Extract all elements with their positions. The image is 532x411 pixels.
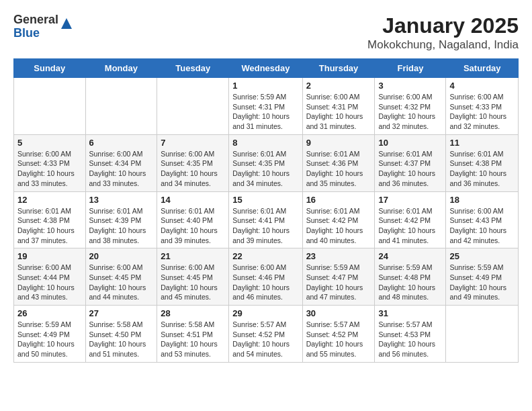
weekday-header-sunday: Sunday bbox=[14, 59, 86, 78]
day-number: 4 bbox=[449, 81, 515, 91]
calendar-cell: 18Sunrise: 6:00 AMSunset: 4:43 PMDayligh… bbox=[446, 191, 519, 248]
calendar-week-3: 12Sunrise: 6:01 AMSunset: 4:38 PMDayligh… bbox=[14, 191, 519, 248]
calendar-cell: 12Sunrise: 6:01 AMSunset: 4:38 PMDayligh… bbox=[14, 191, 86, 248]
day-number: 12 bbox=[17, 195, 82, 205]
calendar-cell: 8Sunrise: 6:01 AMSunset: 4:35 PMDaylight… bbox=[229, 134, 302, 191]
day-info: Sunrise: 6:00 AMSunset: 4:44 PMDaylight:… bbox=[17, 263, 82, 302]
day-number: 17 bbox=[378, 195, 442, 205]
day-info: Sunrise: 6:01 AMSunset: 4:38 PMDaylight:… bbox=[449, 149, 515, 189]
logo-general: General bbox=[13, 13, 58, 27]
calendar-cell bbox=[85, 78, 157, 135]
day-info: Sunrise: 6:00 AMSunset: 4:33 PMDaylight:… bbox=[449, 92, 515, 132]
calendar-week-1: 1Sunrise: 5:59 AMSunset: 4:31 PMDaylight… bbox=[14, 78, 519, 135]
day-number: 14 bbox=[161, 195, 225, 205]
day-number: 16 bbox=[306, 195, 371, 205]
day-number: 2 bbox=[306, 81, 371, 91]
calendar-cell: 31Sunrise: 5:57 AMSunset: 4:53 PMDayligh… bbox=[375, 306, 446, 363]
calendar-cell: 11Sunrise: 6:01 AMSunset: 4:38 PMDayligh… bbox=[446, 134, 519, 191]
day-number: 21 bbox=[161, 251, 225, 261]
day-number: 15 bbox=[232, 195, 298, 205]
day-info: Sunrise: 6:01 AMSunset: 4:39 PMDaylight:… bbox=[89, 206, 154, 246]
calendar-week-5: 26Sunrise: 5:59 AMSunset: 4:49 PMDayligh… bbox=[14, 306, 519, 363]
calendar-cell: 20Sunrise: 6:00 AMSunset: 4:45 PMDayligh… bbox=[85, 248, 157, 306]
day-number: 6 bbox=[89, 138, 154, 148]
day-info: Sunrise: 6:00 AMSunset: 4:43 PMDaylight:… bbox=[449, 206, 515, 246]
day-number: 18 bbox=[449, 195, 515, 205]
day-number: 5 bbox=[17, 138, 82, 148]
logo-icon bbox=[60, 17, 73, 30]
calendar-cell: 9Sunrise: 6:01 AMSunset: 4:36 PMDaylight… bbox=[302, 134, 375, 191]
calendar-cell: 5Sunrise: 6:00 AMSunset: 4:33 PMDaylight… bbox=[14, 134, 86, 191]
day-info: Sunrise: 5:59 AMSunset: 4:31 PMDaylight:… bbox=[232, 92, 298, 132]
weekday-header-wednesday: Wednesday bbox=[229, 59, 302, 78]
day-info: Sunrise: 6:01 AMSunset: 4:42 PMDaylight:… bbox=[378, 206, 442, 246]
day-info: Sunrise: 6:00 AMSunset: 4:34 PMDaylight:… bbox=[89, 149, 154, 189]
calendar-cell: 25Sunrise: 5:59 AMSunset: 4:49 PMDayligh… bbox=[446, 248, 519, 306]
day-number: 29 bbox=[232, 308, 298, 318]
day-info: Sunrise: 6:00 AMSunset: 4:32 PMDaylight:… bbox=[378, 92, 442, 132]
calendar-cell: 17Sunrise: 6:01 AMSunset: 4:42 PMDayligh… bbox=[375, 191, 446, 248]
day-number: 25 bbox=[449, 251, 515, 261]
day-info: Sunrise: 6:01 AMSunset: 4:41 PMDaylight:… bbox=[232, 206, 298, 246]
calendar-table: SundayMondayTuesdayWednesdayThursdayFrid… bbox=[13, 58, 519, 363]
day-info: Sunrise: 5:59 AMSunset: 4:49 PMDaylight:… bbox=[17, 320, 82, 359]
day-number: 8 bbox=[232, 138, 298, 148]
calendar-cell: 22Sunrise: 6:00 AMSunset: 4:46 PMDayligh… bbox=[229, 248, 302, 306]
logo-text: General Blue bbox=[13, 13, 58, 40]
title-block: January 2025 Mokokchung, Nagaland, India bbox=[367, 13, 519, 52]
day-info: Sunrise: 6:00 AMSunset: 4:45 PMDaylight:… bbox=[89, 263, 154, 302]
calendar-week-4: 19Sunrise: 6:00 AMSunset: 4:44 PMDayligh… bbox=[14, 248, 519, 306]
day-info: Sunrise: 6:01 AMSunset: 4:40 PMDaylight:… bbox=[161, 206, 225, 246]
day-info: Sunrise: 6:00 AMSunset: 4:35 PMDaylight:… bbox=[161, 149, 225, 189]
day-info: Sunrise: 6:01 AMSunset: 4:38 PMDaylight:… bbox=[17, 206, 82, 246]
calendar-header-row: SundayMondayTuesdayWednesdayThursdayFrid… bbox=[14, 59, 519, 78]
day-number: 23 bbox=[306, 251, 371, 261]
day-info: Sunrise: 5:58 AMSunset: 4:51 PMDaylight:… bbox=[161, 320, 225, 359]
day-number: 11 bbox=[449, 138, 515, 148]
day-number: 27 bbox=[89, 308, 154, 318]
day-number: 7 bbox=[161, 138, 225, 148]
day-number: 26 bbox=[17, 308, 82, 318]
page-subtitle: Mokokchung, Nagaland, India bbox=[367, 38, 519, 52]
day-info: Sunrise: 5:59 AMSunset: 4:49 PMDaylight:… bbox=[449, 263, 515, 302]
logo: General Blue bbox=[13, 13, 73, 40]
calendar-cell: 3Sunrise: 6:00 AMSunset: 4:32 PMDaylight… bbox=[375, 78, 446, 135]
day-number: 9 bbox=[306, 138, 371, 148]
logo-blue: Blue bbox=[13, 27, 58, 40]
day-info: Sunrise: 6:01 AMSunset: 4:37 PMDaylight:… bbox=[378, 149, 442, 189]
day-number: 28 bbox=[161, 308, 225, 318]
day-number: 20 bbox=[89, 251, 154, 261]
weekday-header-saturday: Saturday bbox=[446, 59, 519, 78]
calendar-cell: 24Sunrise: 5:59 AMSunset: 4:48 PMDayligh… bbox=[375, 248, 446, 306]
weekday-header-friday: Friday bbox=[375, 59, 446, 78]
day-info: Sunrise: 5:59 AMSunset: 4:47 PMDaylight:… bbox=[306, 263, 371, 302]
day-info: Sunrise: 5:57 AMSunset: 4:52 PMDaylight:… bbox=[306, 320, 371, 359]
calendar-cell: 29Sunrise: 5:57 AMSunset: 4:52 PMDayligh… bbox=[229, 306, 302, 363]
day-info: Sunrise: 6:01 AMSunset: 4:36 PMDaylight:… bbox=[306, 149, 371, 189]
calendar-cell bbox=[446, 306, 519, 363]
day-info: Sunrise: 5:58 AMSunset: 4:50 PMDaylight:… bbox=[89, 320, 154, 359]
svg-marker-0 bbox=[61, 18, 72, 29]
day-info: Sunrise: 6:01 AMSunset: 4:42 PMDaylight:… bbox=[306, 206, 371, 246]
day-number: 13 bbox=[89, 195, 154, 205]
calendar-cell: 13Sunrise: 6:01 AMSunset: 4:39 PMDayligh… bbox=[85, 191, 157, 248]
day-number: 30 bbox=[306, 308, 371, 318]
day-number: 3 bbox=[378, 81, 442, 91]
weekday-header-thursday: Thursday bbox=[302, 59, 375, 78]
day-info: Sunrise: 6:00 AMSunset: 4:31 PMDaylight:… bbox=[306, 92, 371, 132]
day-info: Sunrise: 5:57 AMSunset: 4:53 PMDaylight:… bbox=[378, 320, 442, 359]
calendar-cell: 27Sunrise: 5:58 AMSunset: 4:50 PMDayligh… bbox=[85, 306, 157, 363]
day-number: 10 bbox=[378, 138, 442, 148]
calendar-cell: 30Sunrise: 5:57 AMSunset: 4:52 PMDayligh… bbox=[302, 306, 375, 363]
calendar-cell: 15Sunrise: 6:01 AMSunset: 4:41 PMDayligh… bbox=[229, 191, 302, 248]
calendar-cell: 4Sunrise: 6:00 AMSunset: 4:33 PMDaylight… bbox=[446, 78, 519, 135]
calendar-cell: 7Sunrise: 6:00 AMSunset: 4:35 PMDaylight… bbox=[157, 134, 229, 191]
page-title: January 2025 bbox=[367, 13, 519, 38]
calendar-week-2: 5Sunrise: 6:00 AMSunset: 4:33 PMDaylight… bbox=[14, 134, 519, 191]
calendar-cell: 2Sunrise: 6:00 AMSunset: 4:31 PMDaylight… bbox=[302, 78, 375, 135]
day-number: 22 bbox=[232, 251, 298, 261]
calendar-cell bbox=[157, 78, 229, 135]
calendar-cell: 1Sunrise: 5:59 AMSunset: 4:31 PMDaylight… bbox=[229, 78, 302, 135]
calendar-cell: 10Sunrise: 6:01 AMSunset: 4:37 PMDayligh… bbox=[375, 134, 446, 191]
calendar-cell: 28Sunrise: 5:58 AMSunset: 4:51 PMDayligh… bbox=[157, 306, 229, 363]
